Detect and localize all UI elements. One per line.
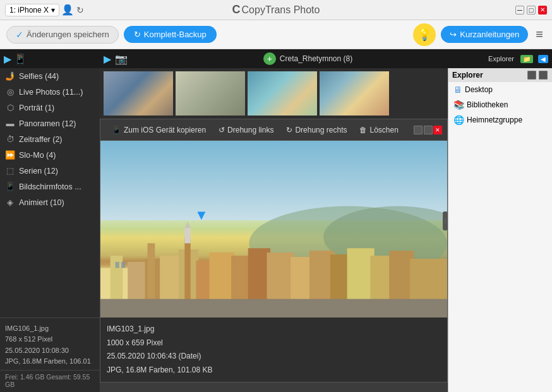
guide-button[interactable]: ↪ Kurzanleitungen [441,26,528,43]
thumb-img-2 [176,71,245,116]
explorer-minimize[interactable] [527,71,536,80]
explorer-network-label: Heimnetzgruppe [467,116,522,124]
save-button[interactable]: ✓ Änderungen speichern [6,26,119,44]
account-icon[interactable]: 👤 [63,6,72,15]
album-tab-label: Creta_Rhetymnon (8) [280,54,352,63]
explorer-libraries-label: Bibliotheken [467,100,508,109]
app-logo-c: C [232,3,241,16]
svg-marker-25 [184,222,190,228]
hamburger-menu[interactable]: ≡ [533,25,546,44]
iphone-strip-icon[interactable]: ▶ [104,53,111,65]
slomo-icon: ⏩ [5,150,15,160]
sidebar-item-animated[interactable]: ◈ Animiert (10) [0,194,100,210]
minimize-button[interactable]: ─ [515,6,524,15]
storage-info: Frei: 1.46 GB Gesamt: 59.55 GB [0,370,100,392]
refresh-icon[interactable]: ↻ [76,6,85,15]
sidebar-top-bar: ▶ 📱 [0,49,100,68]
delete-button[interactable]: 🗑 Löschen [353,123,404,137]
explorer-collapse-icon[interactable]: ◀ [538,55,548,63]
main-layout: ▶ 📱 🤳 Selfies (44) ◎ Live Photos (11...)… [0,49,552,392]
window-controls: ─ □ ✕ [515,6,547,15]
timelapse-icon: ⏱ [5,134,15,144]
sidebar-item-selfies[interactable]: 🤳 Selfies (44) [0,68,100,84]
resize-handle[interactable]: ⋮ [443,211,448,230]
desktop-folder-icon: 🖥 [453,85,462,95]
preview-maximize[interactable] [424,126,433,134]
explorer-desktop[interactable]: 🖥 Desktop [448,82,552,97]
explorer-panel: Explorer 🖥 Desktop 📚 Bibliotheken 🌐 Heim… [448,68,552,392]
panorama-icon: ▬ [5,119,15,128]
camera-icon[interactable]: 📷 [115,53,128,65]
tip-button[interactable]: 💡 [413,23,436,46]
file-info-panel: IMG106_1.jpg 768 x 512 Pixel 25.05.2020 … [0,318,100,370]
sidebar-item-live-photos[interactable]: ◎ Live Photos (11...) [0,84,100,100]
preview-filename: IMG103_1.jpg [107,323,441,336]
photo-thumb-4[interactable] [320,71,389,116]
sidebar-item-portrait[interactable]: ⬡ Porträt (1) [0,100,100,116]
backup-icon: ↻ [134,30,141,39]
portrait-icon: ⬡ [5,103,15,112]
sidebar-item-slomo[interactable]: ⏩ Slo-Mo (4) [0,147,100,163]
rotate-left-label: Drehung links [227,126,273,134]
preview-minimize[interactable] [414,126,423,134]
title-bar: 1: iPhone X ▾ 👤 ↻ C CopyTrans Photo ─ □ … [0,0,552,20]
sidebar-live-photos-label: Live Photos (11...) [19,88,83,97]
guide-icon: ↪ [450,30,457,39]
file-info-dimensions: 768 x 512 Pixel [5,334,95,345]
preview-toolbar: 📱 Zum iOS Gerät kopieren ↺ Drehung links… [100,119,447,141]
toolbar: ✓ Änderungen speichern ↻ Komplett-Backup… [0,20,552,49]
rotate-right-icon: ↻ [286,126,292,134]
preview-dimensions: 1000 x 659 Pixel [107,336,441,350]
sidebar-item-screenshots[interactable]: 📱 Bildschirmfotos ... [0,179,100,194]
photo-thumb-2[interactable] [176,71,245,116]
backup-button[interactable]: ↻ Komplett-Backup [124,26,217,43]
rotate-left-icon: ↺ [219,126,225,134]
svg-rect-26 [100,299,447,318]
sidebar-slomo-label: Slo-Mo (4) [19,151,56,160]
device-selector[interactable]: 1: iPhone X ▾ [5,4,59,16]
explorer-folder-icon[interactable]: 📁 [520,55,533,63]
close-button[interactable]: ✕ [538,6,547,15]
explorer-network[interactable]: 🌐 Heimnetzgruppe [448,112,552,128]
delete-label: Löschen [369,126,398,134]
preview-format: JPG, 16.8M Farben, 101.08 KB [107,364,441,377]
explorer-libraries[interactable]: 📚 Bibliotheken [448,97,552,112]
sidebar-item-series[interactable]: ⬚ Serien (12) [0,163,100,179]
device-selector-label: 1: iPhone X [9,6,49,15]
screenshots-icon: 📱 [5,182,15,191]
sidebar-item-panorama[interactable]: ▬ Panoramen (12) [0,116,100,131]
play-icon[interactable]: ▶ [4,53,11,65]
guide-label: Kurzanleitungen [460,30,519,39]
photo-thumb-3[interactable] [248,71,317,116]
thumb-img-3 [248,71,317,116]
explorer-label: Explorer [488,55,514,62]
storage-label: Frei: 1.46 GB Gesamt: 59.55 GB [5,373,90,388]
rotate-left-button[interactable]: ↺ Drehung links [212,123,280,137]
buildings-svg [100,194,447,318]
preview-close[interactable]: ✕ [433,126,442,134]
explorer-controls [527,71,548,80]
photo-thumb-1[interactable] [104,71,173,116]
animated-icon: ◈ [5,198,15,207]
live-photos-icon: ◎ [5,87,15,97]
save-label: Änderungen speichern [27,30,109,39]
rotate-right-button[interactable]: ↻ Drehung rechts [280,123,353,137]
add-album-button[interactable]: + [263,52,276,65]
sidebar: ▶ 📱 🤳 Selfies (44) ◎ Live Photos (11...)… [0,49,100,392]
explorer-maximize[interactable] [539,71,548,80]
phone-icon[interactable]: 📱 [14,53,27,65]
svg-rect-22 [116,262,119,268]
explorer-desktop-label: Desktop [465,85,493,94]
copy-to-ios-button[interactable]: 📱 Zum iOS Gerät kopieren [105,123,212,137]
checkmark-icon: ✓ [16,30,23,40]
copy-label: Zum iOS Gerät kopieren [124,126,206,134]
sidebar-item-timelapse[interactable]: ⏱ Zeitraffer (2) [0,131,100,147]
selfies-icon: 🤳 [5,71,15,81]
file-info-date: 25.05.2020 10:08:30 [5,345,95,357]
svg-rect-24 [184,228,190,244]
app-title: CopyTrans Photo [242,4,320,16]
chevron-down-icon: ▾ [51,6,55,15]
sidebar-selfies-label: Selfies (44) [19,72,59,81]
maximize-button[interactable]: □ [527,6,536,15]
preview-date: 25.05.2020 10:06:43 (Datei) [107,350,441,364]
